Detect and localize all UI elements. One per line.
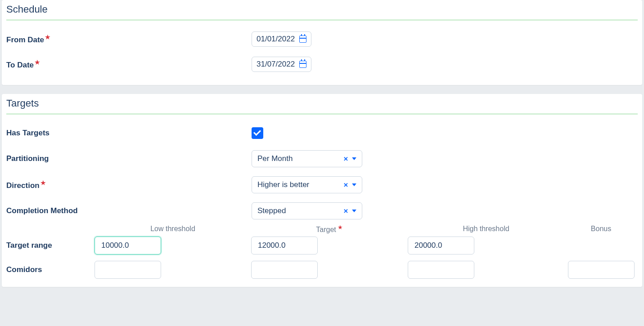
from-date-label-text: From Date xyxy=(6,36,44,44)
chevron-down-icon[interactable] xyxy=(352,210,356,212)
completion-method-label: Completion Method xyxy=(6,206,252,215)
comidors-row: Comidors xyxy=(6,261,638,279)
partitioning-value: Per Month xyxy=(257,154,293,163)
required-star-icon: ★ xyxy=(45,34,50,40)
required-star-icon: ★ xyxy=(35,59,40,66)
target-range-target-input[interactable] xyxy=(251,237,318,255)
has-targets-checkbox[interactable] xyxy=(252,127,263,139)
comidors-label: Comidors xyxy=(6,265,95,274)
calendar-icon[interactable] xyxy=(299,61,306,68)
completion-method-row: Completion Method Stepped ✕ xyxy=(6,198,638,224)
to-date-input[interactable]: 31/07/2022 xyxy=(252,57,311,72)
target-grid-headers: Low threshold Target★ High threshold Bon… xyxy=(6,224,638,234)
from-date-label: From Date★ xyxy=(6,34,252,45)
comidors-target-input[interactable] xyxy=(251,261,318,279)
from-date-row: From Date★ 01/01/2022 xyxy=(6,27,638,52)
from-date-input[interactable]: 01/01/2022 xyxy=(252,31,311,47)
target-range-row: Target range xyxy=(6,237,638,255)
to-date-label: To Date★ xyxy=(6,59,252,70)
required-star-icon: ★ xyxy=(41,179,46,186)
direction-label: Direction★ xyxy=(6,179,252,190)
to-date-row: To Date★ 31/07/2022 xyxy=(6,52,638,77)
schedule-title: Schedule xyxy=(6,3,638,20)
clear-icon[interactable]: ✕ xyxy=(343,208,348,214)
calendar-icon[interactable] xyxy=(299,36,306,43)
direction-select[interactable]: Higher is better ✕ xyxy=(252,176,362,193)
has-targets-label: Has Targets xyxy=(6,129,252,138)
chevron-down-icon[interactable] xyxy=(352,183,356,186)
comidors-low-input[interactable] xyxy=(95,261,161,279)
required-star-icon: ★ xyxy=(338,224,343,231)
completion-method-value: Stepped xyxy=(257,206,286,215)
to-date-value: 31/07/2022 xyxy=(257,60,295,69)
target-range-low-input[interactable] xyxy=(95,237,161,255)
bonus-header: Bonus xyxy=(591,225,611,233)
high-threshold-header: High threshold xyxy=(408,225,564,233)
schedule-card: Schedule From Date★ 01/01/2022 To Date★ … xyxy=(2,0,642,85)
from-date-value: 01/01/2022 xyxy=(257,35,295,44)
clear-icon[interactable]: ✕ xyxy=(343,182,348,188)
targets-title: Targets xyxy=(6,97,638,114)
partitioning-select[interactable]: Per Month ✕ xyxy=(252,150,362,167)
clear-icon[interactable]: ✕ xyxy=(343,156,348,162)
comidors-bonus-input[interactable] xyxy=(568,261,635,279)
to-date-label-text: To Date xyxy=(6,61,34,69)
direction-value: Higher is better xyxy=(257,180,309,189)
has-targets-row: Has Targets xyxy=(6,121,638,146)
target-range-high-input[interactable] xyxy=(408,237,474,255)
target-header-text: Target xyxy=(316,226,336,233)
completion-method-select[interactable]: Stepped ✕ xyxy=(252,202,362,219)
low-threshold-header: Low threshold xyxy=(95,225,251,233)
target-header: Target★ xyxy=(251,224,408,234)
partitioning-label: Partitioning xyxy=(6,154,252,163)
comidors-high-input[interactable] xyxy=(408,261,474,279)
direction-label-text: Direction xyxy=(6,181,40,190)
chevron-down-icon[interactable] xyxy=(352,157,356,160)
targets-card: Targets Has Targets Partitioning Per Mon… xyxy=(2,94,642,287)
partitioning-row: Partitioning Per Month ✕ xyxy=(6,146,638,172)
target-range-label: Target range xyxy=(6,241,95,250)
direction-row: Direction★ Higher is better ✕ xyxy=(6,172,638,198)
